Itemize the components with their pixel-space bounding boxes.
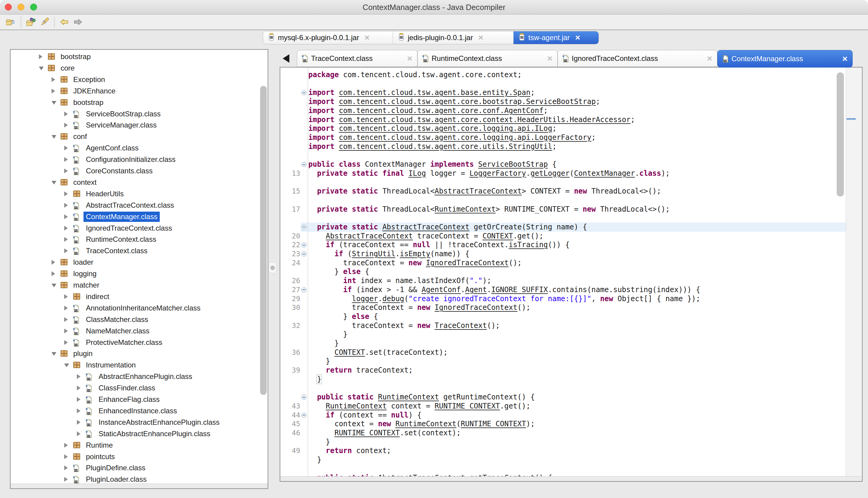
expander-collapsed-icon[interactable] [64, 123, 68, 128]
fold-toggle-icon[interactable] [302, 251, 307, 257]
jar-tab[interactable]: 010tsw-agent.jar× [513, 31, 599, 44]
tree-item-label[interactable]: PluginDefine.class [86, 462, 145, 474]
code-symbol-link[interactable]: RUNTIME_CONTEXT [461, 420, 526, 428]
tree-item[interactable]: pointcuts [11, 451, 268, 462]
tree-item[interactable]: JDKEnhance [11, 85, 268, 97]
tree-item-label[interactable]: ServiceBootStrap.class [86, 108, 161, 120]
tree-item-label[interactable]: plugin [73, 348, 93, 359]
tree-item-label[interactable]: Exception [73, 74, 105, 85]
code-symbol-link[interactable]: AbstractTraceContext [326, 232, 413, 240]
tree-item-label[interactable]: HeaderUtils [86, 188, 123, 199]
code-symbol-link[interactable]: ContextManager [574, 169, 635, 178]
expander-expanded-icon[interactable] [52, 352, 56, 356]
code-symbol-link[interactable]: RuntimeContext [396, 420, 456, 428]
code-symbol-link[interactable]: logger [352, 294, 378, 303]
tree-item[interactable]: 010PluginDefine.class [11, 462, 268, 474]
code-symbol-link[interactable]: com.tencent.cloud.tsw.agent.core.utils.S… [339, 142, 552, 151]
expander-collapsed-icon[interactable] [77, 408, 80, 413]
code-symbol-link[interactable]: CONTEXT [482, 232, 513, 240]
code-symbol-link[interactable]: AbstractTraceContext [383, 223, 470, 231]
code-symbol-link[interactable]: IgnoredTraceContext [435, 303, 518, 312]
expander-expanded-icon[interactable] [39, 67, 44, 70]
tree-item-label[interactable]: JDKEnhance [73, 85, 116, 97]
tree-item[interactable]: 010ServiceManager.class [11, 119, 268, 131]
tree-item[interactable]: 010AnnotationInheritanceMatcher.class [11, 302, 268, 314]
expander-collapsed-icon[interactable] [64, 329, 68, 333]
tree-item[interactable]: 010NameMatcher.class [11, 325, 268, 337]
tree-item[interactable]: plugin [11, 348, 268, 359]
tree-item[interactable]: 010InstanceAbstractEnhancePlugin.class [11, 417, 268, 428]
tree-item-label[interactable]: matcher [73, 279, 99, 291]
tree-item[interactable]: Exception [11, 74, 268, 85]
expander-expanded-icon[interactable] [52, 135, 56, 139]
expander-collapsed-icon[interactable] [64, 248, 68, 253]
tree-item[interactable]: 010AbstractEnhancePlugin.class [11, 371, 268, 382]
code-symbol-link[interactable]: RuntimeContext [378, 393, 439, 401]
tree-item-label[interactable]: Instrumentation [86, 359, 136, 371]
code-vertical-scrollbar[interactable] [837, 73, 844, 197]
expander-collapsed-icon[interactable] [64, 466, 68, 470]
expander-collapsed-icon[interactable] [64, 192, 68, 196]
tree-item-label[interactable]: ClassMatcher.class [86, 314, 148, 325]
fold-toggle-icon[interactable] [302, 395, 307, 400]
tree-item[interactable]: HeaderUtils [11, 188, 268, 199]
expander-collapsed-icon[interactable] [64, 443, 68, 448]
tree-item[interactable]: 010ClassFinder.class [11, 382, 268, 394]
tree-item[interactable]: 010ProtectiveMatcher.class [11, 337, 268, 348]
tree-item-label[interactable]: ServiceManager.class [86, 119, 157, 131]
tree-item[interactable]: 010RuntimeContext.class [11, 234, 268, 245]
expander-expanded-icon[interactable] [52, 181, 56, 184]
tree-item-label[interactable]: AgentConf.class [86, 142, 139, 154]
tree-item[interactable]: logging [11, 268, 268, 279]
tree-item[interactable]: 010AbstractTraceContext.class [11, 199, 268, 211]
code-horizontal-scrollbar[interactable] [280, 476, 862, 481]
expander-collapsed-icon[interactable] [39, 54, 42, 59]
code-symbol-link[interactable]: Agent [465, 286, 487, 294]
tree-item-label[interactable]: loader [73, 257, 93, 268]
tree-item-label[interactable]: bootstrap [73, 97, 103, 108]
open-file-button[interactable] [4, 16, 17, 28]
tree-item[interactable]: 010ConfigurationInitializer.class [11, 154, 268, 165]
tree-item[interactable]: 010StaticAbstractEnhancePlugin.class [11, 428, 268, 440]
fold-toggle-icon[interactable] [302, 162, 307, 167]
close-tab-icon[interactable]: × [403, 55, 412, 62]
tree-item[interactable]: 010EnhanceFlag.class [11, 394, 268, 405]
tree-item-label[interactable]: AnnotationInheritanceMatcher.class [86, 302, 200, 314]
code-symbol-link[interactable]: RUNTIME_CONTEXT [335, 429, 400, 437]
class-tab[interactable]: 010IgnoredTraceContext.class× [558, 50, 717, 67]
tab-scroll-left-button[interactable] [283, 54, 289, 63]
jar-tab[interactable]: 010mysql-6.x-plugin-0.0.1.jar× [263, 31, 393, 44]
expander-collapsed-icon[interactable] [64, 203, 68, 208]
code-symbol-link[interactable]: isEmpty [400, 250, 430, 258]
code-symbol-link[interactable]: RuntimeContext [435, 205, 495, 213]
close-tab-icon[interactable]: × [543, 55, 552, 62]
code-symbol-link[interactable]: LoggerFactory [470, 169, 526, 178]
tree-item[interactable]: 010ClassMatcher.class [11, 314, 268, 325]
tree-horizontal-scrollbar[interactable] [11, 484, 268, 488]
tree-item-label[interactable]: IgnoredTraceContext.class [86, 222, 172, 234]
tree-item[interactable]: 010EnhancedInstance.class [11, 405, 268, 417]
tree-item[interactable]: 010IgnoredTraceContext.class [11, 222, 268, 234]
back-button[interactable] [58, 16, 71, 28]
tree-item-label[interactable]: TraceContext.class [86, 245, 148, 257]
tree-vertical-scrollbar[interactable] [260, 86, 267, 395]
forward-button[interactable] [71, 16, 84, 28]
code-symbol-link[interactable]: ILog [409, 169, 426, 178]
expander-collapsed-icon[interactable] [64, 214, 68, 219]
code-symbol-link[interactable]: AgentConf [422, 286, 461, 294]
tree-item[interactable]: conf [11, 131, 268, 142]
tree-item-label[interactable]: bootstrap [61, 51, 91, 62]
code-symbol-link[interactable]: AbstractTraceContext [435, 187, 522, 195]
tree-item-label[interactable]: core [61, 62, 75, 74]
search-button[interactable] [38, 16, 51, 28]
tree-item[interactable]: Runtime [11, 440, 268, 451]
tree-item[interactable]: bootstrap [11, 51, 268, 62]
expander-collapsed-icon[interactable] [52, 89, 55, 93]
expander-collapsed-icon[interactable] [52, 271, 55, 276]
expander-collapsed-icon[interactable] [64, 306, 68, 311]
tree-item-label[interactable]: ProtectiveMatcher.class [86, 337, 162, 348]
expander-collapsed-icon[interactable] [64, 294, 68, 299]
tree-item-label[interactable]: ContextManager.class [83, 212, 160, 222]
code-symbol-link[interactable]: getLogger [531, 169, 570, 178]
expander-collapsed-icon[interactable] [64, 157, 68, 162]
